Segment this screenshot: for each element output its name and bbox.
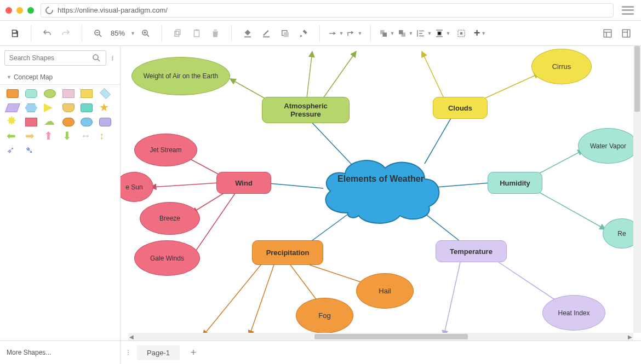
page-tab[interactable]: Page-1 — [137, 345, 180, 360]
delete-button[interactable] — [207, 25, 224, 42]
category-humidity[interactable]: Humidity — [488, 172, 542, 194]
select-all-button[interactable] — [453, 25, 470, 42]
scroll-left-icon[interactable]: ◀ — [128, 334, 135, 340]
shape-arrow-up[interactable]: ⬆ — [44, 132, 56, 141]
connector-elbow-button[interactable]: ▼ — [346, 25, 363, 42]
connector-straight-button[interactable]: ▼ — [328, 25, 344, 42]
svg-line-44 — [192, 193, 236, 257]
sub-water-vapor[interactable]: Water Vapor — [578, 128, 633, 164]
to-back-button[interactable]: ▼ — [397, 25, 414, 42]
search-shapes-input[interactable] — [4, 50, 106, 66]
svg-line-43 — [192, 191, 227, 213]
shape-arrow-lr[interactable]: ↔ — [81, 132, 93, 141]
layout-panel-button[interactable] — [599, 25, 616, 42]
shape-banner[interactable] — [62, 103, 75, 112]
style-brush-button[interactable] — [295, 25, 312, 42]
sub-cirrus[interactable]: Cirrus — [531, 49, 592, 84]
search-input-field[interactable] — [9, 54, 91, 62]
collapse-icon: ▼ — [7, 74, 12, 80]
shadow-button[interactable] — [277, 25, 293, 42]
shape-burst[interactable]: ✸ — [7, 118, 19, 126]
svg-rect-5 — [196, 29, 198, 31]
horizontal-scrollbar[interactable]: ◀ ▶ — [128, 333, 633, 340]
minimize-window-icon[interactable] — [16, 7, 23, 14]
shape-ellipse[interactable] — [44, 89, 56, 98]
to-front-button[interactable]: ▼ — [379, 25, 395, 42]
redo-button[interactable] — [58, 25, 74, 42]
zoom-out-button[interactable] — [90, 25, 106, 42]
shape-triangle[interactable] — [44, 103, 53, 112]
scroll-thumb-h[interactable] — [314, 334, 468, 339]
category-precipitation[interactable]: Precipitation — [252, 240, 323, 265]
sub-jet-stream[interactable]: Jet Stream — [134, 134, 197, 166]
sub-breeze[interactable]: Breeze — [140, 202, 200, 235]
shape-arrow-down[interactable]: ⬇ — [62, 132, 75, 141]
copy-button[interactable] — [170, 25, 186, 42]
central-node[interactable] — [315, 153, 447, 227]
shape-pink-rect[interactable] — [25, 118, 37, 126]
diagram-canvas[interactable]: Elements of Weather Atmospheric Pressure… — [121, 46, 633, 333]
format-panel-button[interactable] — [618, 25, 634, 42]
sub-heat-index[interactable]: Heat Index — [542, 295, 605, 331]
shape-star[interactable]: ★ — [99, 103, 111, 112]
add-page-button[interactable]: + — [185, 344, 202, 361]
svg-point-45 — [128, 350, 129, 351]
palette-header[interactable]: ▼ Concept Map — [0, 70, 120, 85]
main-toolbar: 85% ▼ ▼ ▼ ▼ ▼ ▼ ▼ +▼ — [0, 21, 641, 46]
vertical-scrollbar[interactable] — [633, 46, 641, 333]
shape-arrow-ud[interactable]: ↕ — [99, 132, 111, 141]
search-icon[interactable] — [91, 53, 101, 63]
shape-parallelogram[interactable] — [5, 103, 20, 112]
shape-wide-rect[interactable] — [81, 89, 93, 98]
category-clouds[interactable]: Clouds — [433, 97, 488, 119]
zoom-in-button[interactable] — [138, 25, 154, 42]
align-button[interactable]: ▼ — [416, 25, 432, 42]
close-window-icon[interactable] — [5, 7, 12, 14]
save-button[interactable] — [7, 25, 23, 42]
paste-button[interactable] — [188, 25, 205, 42]
category-temperature[interactable]: Temperature — [436, 240, 507, 262]
shape-rounded-rect[interactable] — [25, 89, 37, 98]
zoom-dropdown-icon[interactable]: ▼ — [130, 31, 135, 36]
shape-arrow-left[interactable]: ⬅ — [7, 132, 19, 141]
shape-speech2[interactable] — [81, 118, 93, 126]
more-icon[interactable] — [110, 53, 116, 63]
shape-rectangle[interactable] — [7, 89, 19, 98]
category-atm[interactable]: Atmospheric Pressure — [262, 97, 350, 123]
shape-cloud[interactable]: ☁ — [44, 118, 56, 126]
sub-gale-winds[interactable]: Gale Winds — [134, 240, 200, 276]
zoom-level[interactable]: 85% — [108, 29, 127, 37]
category-wind[interactable]: Wind — [216, 172, 271, 194]
svg-line-39 — [249, 265, 274, 333]
svg-rect-2 — [176, 30, 180, 34]
fill-color-button[interactable] — [239, 25, 256, 42]
reload-icon[interactable] — [44, 5, 55, 16]
maximize-window-icon[interactable] — [27, 7, 34, 14]
shape-hexagon[interactable] — [25, 103, 37, 112]
sub-weight-air[interactable]: Weight of Air on the Earth — [131, 57, 230, 95]
shape-speech3[interactable] — [99, 118, 111, 126]
svg-rect-11 — [383, 32, 387, 37]
shape-arrow-right[interactable]: ➡ — [25, 132, 37, 141]
scroll-right-icon[interactable]: ▶ — [627, 334, 633, 340]
central-node-label: Elements of Weather — [329, 172, 433, 186]
line-color-button[interactable] — [258, 25, 274, 42]
sub-fog[interactable]: Fog — [296, 298, 353, 333]
page-options-icon[interactable] — [125, 348, 131, 357]
shape-arrow-diag1[interactable]: ➶ — [7, 146, 19, 155]
scroll-thumb[interactable] — [634, 46, 640, 112]
shape-callout[interactable] — [81, 103, 93, 112]
shape-diamond[interactable] — [100, 88, 111, 99]
shape-speech1[interactable] — [62, 118, 75, 126]
svg-line-29 — [307, 51, 312, 98]
distribute-button[interactable]: ▼ — [434, 25, 451, 42]
shape-square[interactable] — [62, 89, 75, 98]
menu-icon[interactable] — [620, 4, 636, 16]
sub-hail[interactable]: Hail — [356, 273, 414, 309]
more-shapes-button[interactable]: More Shapes... — [0, 341, 121, 364]
url-bar[interactable]: https://online.visual-paradigm.com/ — [41, 3, 614, 18]
shape-arrow-diag2[interactable]: ➴ — [25, 146, 37, 155]
add-button[interactable]: +▼ — [472, 25, 488, 42]
svg-rect-3 — [175, 31, 179, 36]
undo-button[interactable] — [39, 25, 55, 42]
